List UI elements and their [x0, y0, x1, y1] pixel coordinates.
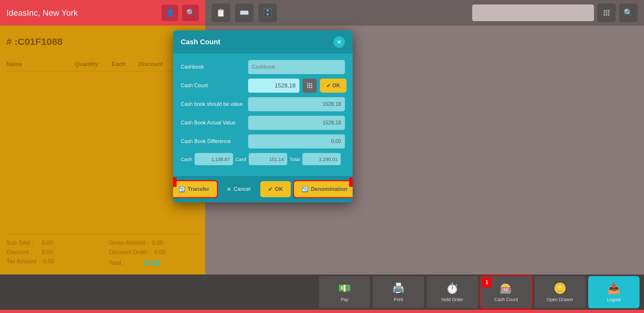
logout-icon: 📤	[607, 282, 620, 294]
step2-badge: 2	[349, 177, 353, 187]
search-input[interactable]	[472, 4, 594, 21]
keypad-btn[interactable]	[303, 79, 317, 93]
denomination-btn[interactable]: ↩️ Denomination	[294, 181, 353, 197]
col-discount: Discount	[135, 61, 167, 68]
denomination-wrapper: 2 ↩️ Denomination	[294, 181, 353, 197]
cash-value-input[interactable]	[195, 153, 233, 165]
search-icon-btn[interactable]: 🔍	[182, 4, 199, 21]
modal-footer: 3 ↩️ Transfer ✕ Cancel ✔ OK 2 ↩️ Denomin…	[173, 176, 353, 202]
modal-body: Cashbook Cash Count ✔	[173, 54, 353, 176]
sub-total-row: Sub Total : 0.00	[6, 240, 96, 246]
discount-label: Discount :	[6, 249, 38, 256]
cash-card-total-row: Cash Card Total	[181, 153, 345, 165]
pay-label: Pay	[341, 297, 348, 302]
cashbook-label: Cashbook	[181, 64, 245, 70]
database-nav-btn[interactable]: 🗄️	[258, 4, 277, 22]
total-label: Total :	[109, 260, 141, 266]
open-drawer-btn[interactable]: 🪙 Open Drawer	[534, 276, 586, 308]
receipt-nav-btn[interactable]: 📋	[212, 4, 230, 22]
status-bar: Terminal : Cassa 1 To Filadelfia User : …	[0, 310, 644, 313]
print-btn[interactable]: 🖨️ Print	[373, 276, 424, 308]
difference-input[interactable]	[248, 134, 345, 148]
cancel-icon: ✕	[227, 186, 231, 193]
print-label: Print	[394, 297, 403, 302]
keypad-icon	[307, 83, 312, 88]
gross-value: 0.00	[152, 240, 163, 246]
cash-count-btn[interactable]: 1 🎰 Cash Count	[481, 276, 532, 308]
hold-icon: ⏱️	[446, 282, 459, 294]
card-value-input[interactable]	[249, 153, 287, 165]
modal-close-btn[interactable]: ×	[333, 36, 345, 48]
total-field-label: Total	[290, 156, 300, 162]
cashbook-row: Cashbook	[181, 60, 345, 74]
transfer-btn[interactable]: ↩️ Transfer	[173, 181, 217, 197]
discount-value: 0.00	[42, 249, 53, 256]
difference-row: Cash Book Difference	[181, 134, 345, 148]
grid-view-btn[interactable]	[597, 4, 616, 22]
modal-title: Cash Count	[181, 38, 220, 46]
pos-summary: Sub Total : 0.00 Discount : 0.00 Tax Amo…	[6, 234, 199, 268]
pay-btn[interactable]: 💵 Pay	[319, 276, 370, 308]
step1-badge: 1	[482, 278, 492, 287]
tax-value: 0.00	[43, 258, 54, 265]
drawer-label: Open Drawer	[547, 297, 573, 302]
sub-total-value: 0.00	[42, 240, 53, 246]
grid-icon	[604, 10, 609, 16]
header-right: 📋 ⌨️ 🗄️ 🔍	[205, 0, 644, 26]
header-icons: 👤 🔍	[162, 4, 199, 21]
denomination-icon: ↩️	[302, 186, 308, 193]
modal-header: Cash Count ×	[173, 30, 353, 54]
logout-btn[interactable]: 📤 Logout	[588, 276, 640, 308]
cancel-btn[interactable]: ✕ Cancel	[220, 181, 257, 197]
should-be-label: Cash book should be value	[181, 101, 245, 107]
search-btn[interactable]: 🔍	[619, 4, 638, 22]
keyboard-nav-btn[interactable]: ⌨️	[235, 4, 254, 22]
col-quantity: Quantity	[71, 61, 103, 68]
should-be-input[interactable]	[248, 97, 345, 111]
person-icon-btn[interactable]: 👤	[162, 4, 178, 21]
transfer-wrapper: 3 ↩️ Transfer	[173, 181, 217, 197]
logout-label: Logout	[607, 297, 621, 302]
tax-label: Tax Amount :	[6, 258, 40, 265]
items-area	[6, 74, 199, 234]
actual-row: Cash Book Actual Value	[181, 116, 345, 130]
search-bar: 🔍	[472, 4, 638, 22]
discount-order-row: Discount Order : 0.00	[109, 249, 199, 256]
should-be-row: Cash book should be value	[181, 97, 345, 111]
cashbook-input[interactable]	[248, 60, 345, 74]
print-icon: 🖨️	[392, 282, 405, 294]
header-left: IdeasInc, New York 👤 🔍	[0, 0, 205, 26]
footer-ok-btn[interactable]: ✔ OK	[260, 181, 291, 197]
hold-order-btn[interactable]: ⏱️ Hold Order	[427, 276, 478, 308]
cash-count-input-row: ✔ OK	[248, 79, 347, 93]
disc-order-value: 0.00	[154, 249, 165, 256]
cash-count-row: Cash Count ✔ OK	[181, 79, 345, 93]
cash-count-field-label: Cash Count	[181, 83, 245, 89]
actual-input[interactable]	[248, 116, 345, 130]
cash-label: Cash	[181, 156, 192, 162]
inline-ok-btn[interactable]: ✔ OK	[320, 79, 347, 93]
card-label: Card	[236, 156, 246, 162]
total-value: 0.00	[144, 258, 161, 268]
sub-total-label: Sub Total :	[6, 240, 38, 246]
difference-label: Cash Book Difference	[181, 139, 245, 144]
cash-count-icon: 🎰	[500, 282, 513, 294]
step3-badge: 3	[173, 177, 177, 187]
order-header: # :C01F1088 🛒	[6, 32, 199, 51]
tax-row: Tax Amount : 0.00	[6, 258, 96, 265]
action-bar: 💵 Pay 🖨️ Print ⏱️ Hold Order 1 🎰 Cash Co…	[0, 275, 644, 310]
total-field-input[interactable]	[302, 153, 341, 165]
cash-count-input[interactable]	[248, 79, 299, 93]
column-headers: Name Quantity Each Discount Total	[6, 58, 199, 71]
total-row: Total : 0.00	[109, 258, 199, 268]
gross-row: Gross Amount : 0.00	[109, 240, 199, 246]
brand-location: , New York	[38, 8, 78, 18]
summary-left: Sub Total : 0.00 Discount : 0.00 Tax Amo…	[6, 240, 96, 268]
drawer-icon: 🪙	[554, 282, 566, 294]
discount-row: Discount : 0.00	[6, 249, 96, 256]
pay-icon: 💵	[338, 282, 351, 294]
check-icon: ✔	[326, 83, 330, 89]
cash-count-label: Cash Count	[494, 297, 518, 302]
gross-label: Gross Amount :	[109, 240, 149, 246]
summary-right: Gross Amount : 0.00 Discount Order : 0.0…	[109, 240, 199, 268]
